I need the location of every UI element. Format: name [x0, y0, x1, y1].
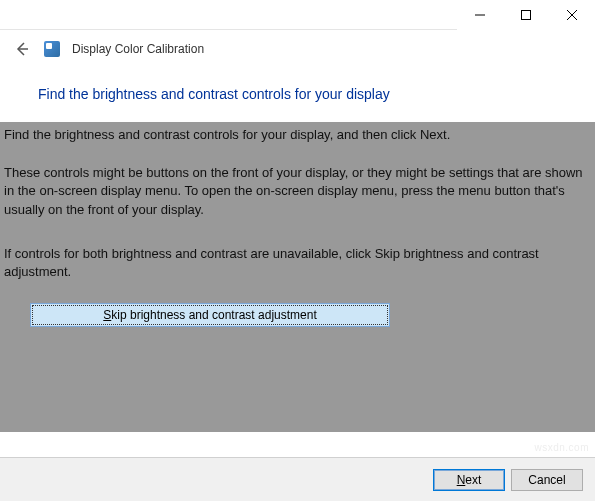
minimize-icon [475, 10, 485, 20]
heading-area: Find the brightness and contrast control… [0, 68, 595, 122]
maximize-button[interactable] [503, 0, 549, 30]
content-area: Find the brightness and contrast control… [0, 122, 595, 432]
instruction-para-3: If controls for both brightness and cont… [0, 245, 591, 303]
skip-brightness-contrast-button[interactable]: Skip brightness and contrast adjustment [30, 303, 390, 327]
app-title: Display Color Calibration [72, 42, 204, 56]
next-label-rest: ext [465, 473, 481, 487]
app-icon [44, 41, 60, 57]
back-arrow-icon [14, 41, 30, 57]
minimize-button[interactable] [457, 0, 503, 30]
wizard-header: Display Color Calibration [0, 30, 595, 68]
window-titlebar [0, 0, 595, 30]
watermark: wsxdn.com [534, 442, 589, 453]
close-button[interactable] [549, 0, 595, 30]
cancel-button[interactable]: Cancel [511, 469, 583, 491]
back-button[interactable] [12, 39, 32, 59]
svg-rect-1 [522, 10, 531, 19]
page-heading: Find the brightness and contrast control… [38, 86, 557, 102]
skip-label-rest: kip brightness and contrast adjustment [111, 308, 316, 322]
instruction-para-2: These controls might be buttons on the f… [0, 164, 591, 245]
instruction-para-1: Find the brightness and contrast control… [0, 122, 591, 164]
wizard-footer: Next Cancel [0, 457, 595, 501]
maximize-icon [521, 10, 531, 20]
close-icon [567, 10, 577, 20]
next-button[interactable]: Next [433, 469, 505, 491]
